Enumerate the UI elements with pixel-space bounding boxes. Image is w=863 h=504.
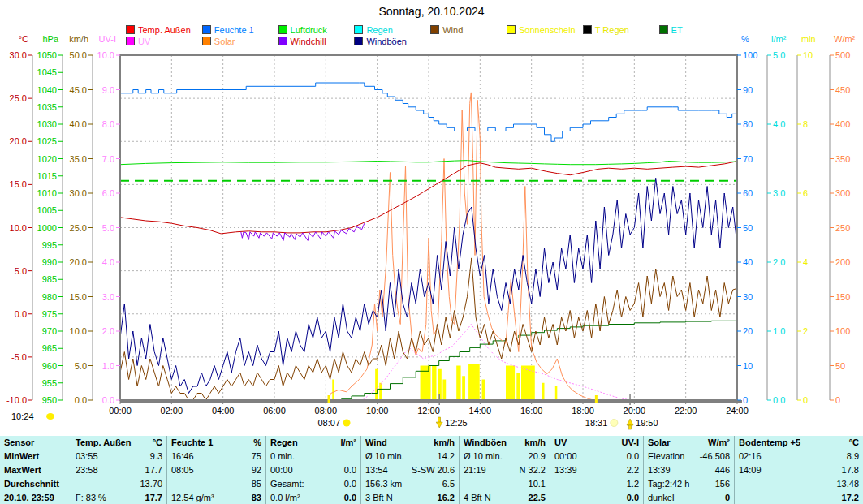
svg-text:5.0: 5.0 [773,50,785,60]
svg-text:3.0: 3.0 [773,188,785,198]
svg-text:14:00: 14:00 [469,406,492,416]
table-cell: Ø 10 min.14.2 [361,450,460,463]
svg-text:0.0: 0.0 [75,395,87,405]
svg-text:00:00: 00:00 [109,406,132,416]
svg-text:4: 4 [803,257,808,267]
svg-text:2: 2 [803,326,808,336]
sunshine-bar [482,380,485,401]
svg-text:100: 100 [743,50,757,60]
table-cell: 17.2 [735,490,863,504]
sunshine-bar [332,380,334,401]
svg-text:8.0: 8.0 [102,119,114,129]
svg-text:950: 950 [42,395,57,405]
svg-text:30: 30 [743,292,753,302]
svg-text:0.0: 0.0 [773,395,785,405]
svg-text:19:50: 19:50 [636,418,658,428]
svg-text:960: 960 [42,361,57,371]
svg-text:40.0: 40.0 [70,119,87,129]
sunshine-bar [442,380,446,401]
table-cell: 0 min. [266,450,361,463]
svg-text:985: 985 [42,274,57,284]
sunshine-bar [375,369,378,400]
svg-text:1035: 1035 [37,102,57,112]
svg-text:450: 450 [835,85,850,95]
sunshine-bar [379,383,382,400]
table-cell: 1.2 [550,476,644,490]
sunshine-bar [516,373,520,400]
svg-text:1000: 1000 [37,223,57,233]
svg-text:10.0: 10.0 [70,326,87,336]
svg-text:20: 20 [743,326,753,336]
svg-text:12:00: 12:00 [417,406,440,416]
svg-text:2.0: 2.0 [102,326,114,336]
svg-text:70: 70 [743,154,753,164]
table-cell: 08:0592 [167,463,266,477]
svg-text:06:00: 06:00 [263,406,286,416]
svg-text:5.0: 5.0 [75,361,87,371]
table-cell: Gesamt:0.0 [266,476,361,490]
svg-text:150: 150 [835,292,850,302]
sunshine-bar [542,383,544,400]
table-cell: 13.48 [735,476,863,490]
table-cell: Ø 10 min.20.9 [460,450,550,463]
svg-text:80: 80 [743,119,753,129]
table-row-durchschnitt: Durchschnitt13.7085Gesamt:0.0156.3 km6.5… [0,476,863,490]
svg-text:l/m²: l/m² [771,34,787,44]
table-cell: 16:4675 [167,450,266,463]
stats-table: SensorTemp. Außen°CFeuchte 1%Regenl/m²Wi… [0,436,863,504]
table-cell: 4 Bft N22.5 [460,490,550,504]
svg-text:975: 975 [42,309,57,319]
svg-text:10:00: 10:00 [366,406,389,416]
table-cell: Feuchte 1% [167,436,266,450]
table-row-label: Sensor [0,436,71,450]
svg-text:3.0: 3.0 [102,292,114,302]
table-cell: 85 [167,476,266,490]
svg-text:1030: 1030 [37,119,57,129]
svg-text:30.0: 30.0 [10,50,27,60]
svg-text:50.0: 50.0 [70,50,87,60]
svg-text:W/m²: W/m² [834,34,856,44]
svg-text:15.0: 15.0 [10,179,27,189]
svg-text:6.0: 6.0 [102,188,114,198]
svg-text:0.0: 0.0 [102,395,114,405]
svg-text:100: 100 [835,326,850,336]
table-cell: 03:559.3 [71,450,167,463]
svg-text:-10.0: -10.0 [6,395,27,405]
sunshine-bar [468,364,480,400]
moon-icon [46,413,54,420]
table-cell: SolarW/m² [644,436,735,450]
svg-text:%: % [741,34,749,44]
table-cell: F: 83 %17.7 [71,490,167,504]
svg-text:4.0: 4.0 [773,119,785,129]
table-cell: 12.54 g/m³83 [167,490,266,504]
sunshine-bar [555,386,558,400]
svg-text:min: min [801,34,816,44]
svg-text:955: 955 [42,378,57,388]
svg-text:500: 500 [835,50,850,60]
svg-text:9.0: 9.0 [102,85,114,95]
svg-text:1005: 1005 [37,205,57,215]
svg-text:990: 990 [42,257,57,267]
svg-text:30.0: 30.0 [70,188,87,198]
svg-text:8: 8 [803,119,808,129]
svg-text:980: 980 [42,292,57,302]
table-row-label: 20.10. 23:59 [0,490,71,504]
sunrise-icon [343,420,351,427]
svg-text:15.0: 15.0 [70,292,87,302]
svg-text:1020: 1020 [37,154,57,164]
svg-text:35.0: 35.0 [70,154,87,164]
svg-text:0.0: 0.0 [15,309,27,319]
svg-text:25.0: 25.0 [70,223,87,233]
svg-text:1050: 1050 [37,50,57,60]
svg-text:0: 0 [835,395,840,405]
table-cell: Bodentemp +5°C [735,436,863,450]
table-cell: 3 Bft N16.2 [361,490,460,504]
table-cell: 156.3 km6.5 [361,476,460,490]
svg-text:24:00: 24:00 [726,406,749,416]
svg-text:°C: °C [19,34,28,44]
svg-text:1015: 1015 [37,171,57,181]
svg-text:5.0: 5.0 [15,266,27,276]
svg-text:1.0: 1.0 [773,326,785,336]
svg-text:6: 6 [803,188,808,198]
moonrise-arrow-icon [627,419,633,425]
